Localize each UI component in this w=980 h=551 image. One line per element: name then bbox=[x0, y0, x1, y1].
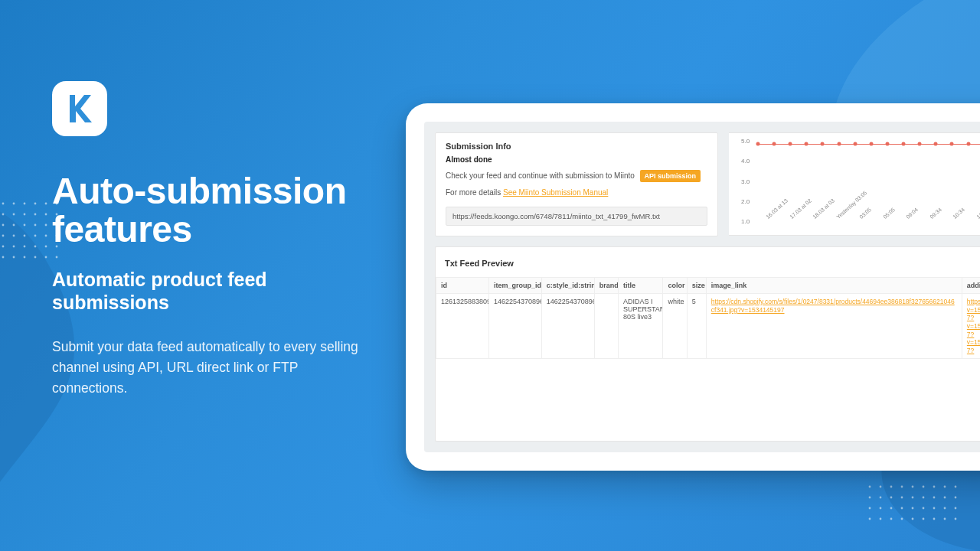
chart-data-point bbox=[934, 142, 938, 146]
col-color: color bbox=[663, 278, 687, 294]
submission-details: For more details See Miinto Submission M… bbox=[446, 188, 707, 197]
svg-point-27 bbox=[13, 235, 15, 237]
svg-point-36 bbox=[24, 246, 26, 248]
cell-additional-images: https://cdn.shopv=1534145197?v=153414519… bbox=[962, 294, 980, 359]
svg-point-67 bbox=[880, 507, 882, 510]
svg-point-59 bbox=[890, 497, 893, 499]
cell-id: 12613258838096 bbox=[436, 294, 489, 359]
svg-point-22 bbox=[45, 224, 47, 227]
chart-data-point bbox=[902, 142, 906, 146]
svg-point-6 bbox=[45, 203, 47, 205]
svg-point-56 bbox=[955, 486, 957, 488]
cell-image-link: https://cdn.shopify.com/s/files/1/0247/8… bbox=[706, 294, 962, 359]
col-item-group-id: item_group_id bbox=[488, 278, 541, 294]
submission-manual-link[interactable]: See Miinto Submission Manual bbox=[503, 188, 608, 197]
svg-point-58 bbox=[880, 497, 882, 499]
svg-point-60 bbox=[901, 497, 903, 499]
details-pre-text: For more details bbox=[446, 188, 503, 197]
additional-image-link[interactable]: https://cdn.shop bbox=[967, 298, 980, 306]
svg-point-20 bbox=[24, 224, 26, 227]
svg-point-13 bbox=[34, 214, 37, 216]
svg-point-37 bbox=[34, 246, 37, 248]
svg-point-48 bbox=[869, 486, 871, 488]
submission-status: Almost done bbox=[446, 155, 707, 164]
feed-url-field[interactable] bbox=[446, 207, 707, 226]
app-viewport: Submission Info Almost done Check your f… bbox=[424, 122, 980, 452]
svg-point-42 bbox=[2, 256, 5, 259]
svg-point-78 bbox=[901, 518, 903, 520]
brand-logo bbox=[52, 81, 107, 136]
additional-image-link[interactable]: v=1534145197? bbox=[967, 306, 980, 322]
chart-data-point bbox=[918, 142, 922, 146]
chart-data-point bbox=[805, 142, 808, 146]
svg-point-19 bbox=[13, 224, 15, 227]
chart-data-point bbox=[837, 142, 841, 146]
svg-point-71 bbox=[923, 507, 925, 510]
svg-point-30 bbox=[45, 235, 47, 237]
chart-x-axis: 16.03 at 1317.03 at 0218.03 at 03Yesterd… bbox=[769, 207, 980, 220]
svg-point-69 bbox=[901, 507, 903, 510]
subheadline: Automatic product feed submissions bbox=[52, 268, 374, 314]
cell-style-id: 1462254370896 bbox=[541, 294, 594, 359]
svg-point-45 bbox=[34, 256, 37, 259]
svg-point-49 bbox=[880, 486, 882, 488]
svg-point-18 bbox=[2, 224, 5, 227]
svg-point-81 bbox=[933, 518, 936, 520]
col-image-link: image_link bbox=[706, 278, 962, 294]
svg-point-28 bbox=[24, 235, 26, 237]
svg-point-2 bbox=[2, 203, 5, 205]
chart-data-point bbox=[756, 142, 760, 146]
body-text: Submit your data feed automatically to e… bbox=[52, 337, 374, 399]
svg-point-83 bbox=[955, 518, 957, 520]
svg-point-44 bbox=[24, 256, 26, 259]
chart-y-axis: 5.04.03.02.01.0 bbox=[741, 141, 756, 221]
svg-point-74 bbox=[955, 507, 957, 510]
svg-point-3 bbox=[13, 203, 15, 205]
image-link[interactable]: https://cdn.shopify.com/s/files/1/0247/8… bbox=[711, 298, 957, 314]
col-id: id bbox=[436, 278, 489, 294]
svg-point-29 bbox=[34, 235, 37, 237]
chart-data-point bbox=[869, 142, 873, 146]
svg-point-66 bbox=[869, 507, 871, 510]
svg-point-4 bbox=[24, 203, 26, 205]
svg-point-80 bbox=[923, 518, 925, 520]
chart-data-point bbox=[789, 142, 792, 146]
table-row: 12613258838096 1462254370896 14622543708… bbox=[436, 294, 981, 359]
svg-point-62 bbox=[923, 497, 925, 499]
svg-point-75 bbox=[869, 518, 871, 520]
svg-point-38 bbox=[45, 246, 47, 248]
col-size: size bbox=[687, 278, 706, 294]
chart-data-point bbox=[950, 142, 954, 146]
chart-data-point bbox=[966, 142, 970, 146]
col-additional-imag: additional_imag bbox=[962, 278, 980, 294]
svg-point-10 bbox=[2, 214, 5, 216]
screenshot-frame: Submission Info Almost done Check your f… bbox=[406, 103, 980, 471]
col-c-style-id-string: c:style_id:string bbox=[541, 278, 594, 294]
api-submission-badge[interactable]: API submission bbox=[640, 170, 701, 182]
svg-point-63 bbox=[933, 497, 936, 499]
headline-line2: features bbox=[52, 209, 192, 249]
chart-data-point bbox=[773, 142, 776, 146]
cell-color: white bbox=[663, 294, 687, 359]
svg-point-64 bbox=[944, 497, 946, 499]
svg-point-46 bbox=[45, 256, 47, 259]
svg-point-68 bbox=[890, 507, 893, 510]
headline: Auto-submission features bbox=[52, 172, 374, 249]
feed-chart-panel: 5.04.03.02.01.0 16.03 at 1317.03 at 0218… bbox=[729, 132, 980, 236]
svg-point-73 bbox=[944, 507, 946, 510]
additional-image-link[interactable]: v=1534145197? bbox=[967, 322, 980, 338]
svg-point-43 bbox=[13, 256, 15, 259]
additional-image-link[interactable]: v=1534145197? bbox=[967, 338, 980, 354]
preview-table: iditem_group_idc:style_id:stringbrandtit… bbox=[436, 277, 980, 359]
svg-point-50 bbox=[890, 486, 893, 488]
headline-line1: Auto-submission bbox=[52, 171, 347, 211]
cell-brand bbox=[594, 294, 618, 359]
svg-point-79 bbox=[912, 518, 914, 520]
svg-point-55 bbox=[944, 486, 946, 488]
chart-data-point bbox=[853, 142, 857, 146]
submission-instruction-text: Check your feed and continue with submis… bbox=[446, 171, 635, 180]
col-brand: brand bbox=[594, 278, 618, 294]
svg-point-35 bbox=[13, 246, 15, 248]
cell-item-group-id: 1462254370896 bbox=[488, 294, 541, 359]
feed-preview-panel: Txt Feed Preview Dow iditem_group_idc:st… bbox=[435, 246, 980, 442]
